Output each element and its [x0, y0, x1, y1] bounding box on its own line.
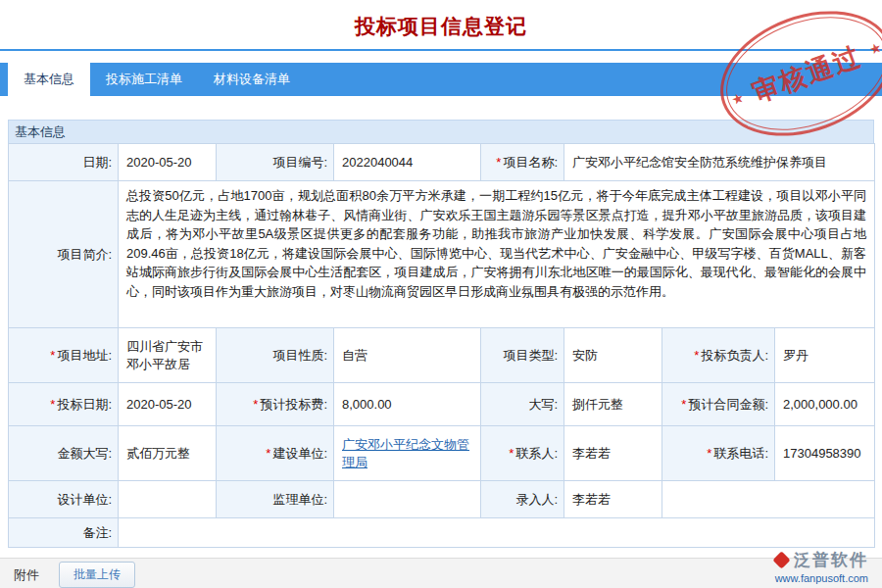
tab-bid-construction-list[interactable]: 投标施工清单 [90, 63, 198, 96]
form-row-4: *投标日期: 2020-05-20 *预计投标费: 8,000.00 大写: 捌… [9, 383, 875, 426]
field-bid-leader-label: *投标负责人: [662, 328, 775, 383]
field-bid-leader-value: 罗丹 [775, 328, 875, 383]
vendor-url-link[interactable]: www.fanpusoft.com [775, 572, 868, 584]
batch-upload-button[interactable]: 批量上传 [59, 562, 135, 588]
form-row-1: 日期: 2020-05-20 项目编号: 2022040044 *项目名称: 广… [9, 144, 875, 181]
field-project-name-label: *项目名称: [481, 144, 564, 181]
field-bid-date-value: 2020-05-20 [119, 383, 217, 426]
content-area: 基本信息 日期: 2020-05-20 项目编号: 2022040044 *项目… [8, 120, 874, 548]
vendor-logo: 泛普软件 www.fanpusoft.com [775, 549, 868, 584]
field-date-label: 日期: [9, 144, 119, 181]
field-fee-in-words-value: 捌仟元整 [564, 383, 662, 426]
field-entry-person-value: 李若若 [564, 481, 662, 518]
field-date-value: 2020-05-20 [119, 144, 217, 181]
fanpu-logo-icon [772, 551, 790, 568]
field-project-address-label: *项目地址: [9, 328, 119, 383]
field-project-nature-label: 项目性质: [217, 328, 334, 383]
field-project-no-label: 项目编号: [217, 144, 334, 181]
form-row-5: 金额大写: 贰佰万元整 *建设单位: 广安邓小平纪念文物管理局 *联系人: 李若… [9, 426, 875, 481]
field-contact-phone-value: 17304958390 [775, 426, 875, 481]
field-project-no-value: 2022040044 [334, 144, 481, 181]
field-supervision-unit-value [334, 481, 481, 518]
required-marker: * [707, 446, 711, 461]
field-construction-unit-label: *建设单位: [217, 426, 334, 481]
field-project-intro-label: 项目简介: [9, 181, 119, 328]
empty-cell [662, 481, 875, 518]
field-fee-in-words-label: 大写: [481, 383, 564, 426]
field-project-nature-value: 自营 [334, 328, 481, 383]
field-estimated-bid-fee-label: *预计投标费: [217, 383, 334, 426]
field-estimated-bid-fee-value: 8,000.00 [334, 383, 481, 426]
form-row-6: 设计单位: 监理单位: 录入人: 李若若 [9, 481, 875, 518]
field-project-name-value: 广安邓小平纪念馆安全防范系统维护保养项目 [564, 144, 875, 181]
required-marker: * [266, 446, 270, 461]
field-estimated-contract-amount-label: *预计合同金额: [662, 383, 775, 426]
title-bar: 投标项目信息登记 [0, 0, 882, 49]
field-contact-person-label: *联系人: [481, 426, 564, 481]
field-contact-phone-label: *联系电话: [662, 426, 775, 481]
basic-info-form-table: 日期: 2020-05-20 项目编号: 2022040044 *项目名称: 广… [8, 143, 875, 548]
field-remark-value [119, 518, 875, 548]
required-marker: * [50, 397, 55, 412]
construction-unit-link[interactable]: 广安邓小平纪念文物管理局 [342, 437, 469, 469]
field-project-intro-value: 总投资50亿元，占地1700亩，规划总面积80余万平方米承建，一期工程约15亿元… [119, 181, 875, 328]
form-row-2: 项目简介: 总投资50亿元，占地1700亩，规划总面积80余万平方米承建，一期工… [9, 181, 875, 328]
tab-material-equipment-list[interactable]: 材料设备清单 [198, 63, 306, 96]
field-construction-unit-value: 广安邓小平纪念文物管理局 [334, 426, 481, 481]
field-project-type-value: 安防 [564, 328, 662, 383]
form-row-7: 备注: [9, 518, 875, 548]
required-marker: * [509, 446, 514, 461]
required-marker: * [694, 348, 699, 363]
section-header-basic-info: 基本信息 [8, 120, 874, 143]
page-title: 投标项目信息登记 [0, 13, 882, 40]
field-project-address-value: 四川省广安市邓小平故居 [119, 328, 217, 383]
vendor-logo-text: 泛普软件 [794, 549, 868, 571]
field-project-type-label: 项目类型: [481, 328, 564, 383]
attachment-bar: 附件 批量上传 [0, 558, 882, 588]
tab-basic-info[interactable]: 基本信息 [8, 63, 90, 96]
field-contact-person-value: 李若若 [564, 426, 662, 481]
field-amount-in-words-value: 贰佰万元整 [119, 426, 217, 481]
required-marker: * [253, 397, 258, 412]
field-design-unit-label: 设计单位: [9, 481, 119, 518]
field-design-unit-value [119, 481, 217, 518]
field-supervision-unit-label: 监理单位: [217, 481, 334, 518]
title-divider [0, 49, 882, 51]
form-row-3: *项目地址: 四川省广安市邓小平故居 项目性质: 自营 项目类型: 安防 *投标… [9, 328, 875, 383]
field-amount-in-words-label: 金额大写: [9, 426, 119, 481]
tab-bar: 基本信息 投标施工清单 材料设备清单 [0, 63, 882, 96]
field-bid-date-label: *投标日期: [9, 383, 119, 426]
field-estimated-contract-amount-value: 2,000,000.00 [775, 383, 875, 426]
required-marker: * [681, 397, 686, 412]
required-marker: * [50, 348, 55, 363]
field-remark-label: 备注: [9, 518, 119, 548]
required-marker: * [496, 155, 501, 170]
attachment-label: 附件 [14, 566, 39, 584]
field-entry-person-label: 录入人: [481, 481, 564, 518]
